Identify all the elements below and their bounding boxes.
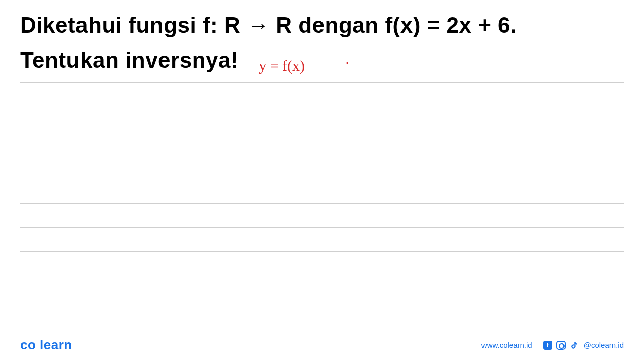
- problem-line2-row: Tentukan inversnya! y = f(x) .: [20, 48, 624, 73]
- facebook-icon: f: [543, 341, 552, 350]
- website-url: www.colearn.id: [481, 341, 532, 349]
- instagram-icon: [556, 341, 566, 350]
- problem-text-line2: Tentukan inversnya!: [20, 48, 238, 73]
- social-icons-group: f @colearn.id: [543, 341, 624, 350]
- footer-right-group: www.colearn.id f @colearn.id: [481, 341, 624, 350]
- handwritten-annotation: y = f(x): [259, 57, 305, 74]
- whiteboard-content: Diketahui fungsi f: R → R dengan f(x) = …: [0, 0, 644, 73]
- handwritten-dot: .: [345, 50, 349, 67]
- footer-bar: co learn www.colearn.id f @colearn.id: [0, 337, 644, 353]
- brand-logo: co learn: [20, 337, 72, 353]
- tiktok-icon: [570, 341, 579, 350]
- ruled-paper-lines: [0, 79, 644, 300]
- problem-text-line1: Diketahui fungsi f: R → R dengan f(x) = …: [20, 13, 624, 38]
- social-handle: @colearn.id: [584, 341, 624, 349]
